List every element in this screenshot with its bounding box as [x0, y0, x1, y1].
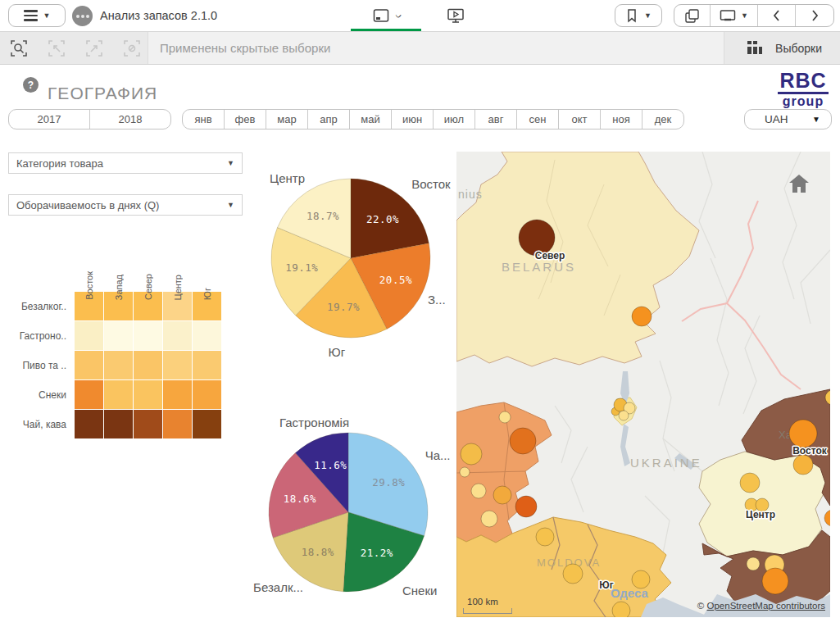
map-bubble-21[interactable] — [789, 420, 817, 448]
heatmap-row-Снеки[interactable]: Снеки — [8, 380, 74, 409]
map-bubble-17[interactable] — [612, 602, 630, 617]
pie-pct-label: 18.8% — [302, 546, 334, 558]
global-menu-button[interactable]: ▼ — [8, 4, 66, 27]
heatmap-cell-4-2[interactable] — [134, 410, 162, 438]
month-button-фев[interactable]: фев — [224, 110, 266, 129]
map-bubble-16[interactable] — [632, 570, 650, 588]
map-bubble-18[interactable] — [747, 557, 760, 570]
heatmap-cell-2-3[interactable] — [163, 351, 192, 379]
map-bubble-2[interactable] — [499, 411, 511, 423]
map-bubble-23[interactable] — [740, 473, 760, 493]
map-bubble-12[interactable] — [515, 496, 537, 517]
heatmap-cell-3-1[interactable] — [104, 380, 133, 409]
heatmap-cell-1-3[interactable] — [163, 321, 192, 350]
month-button-сен[interactable]: сен — [516, 110, 558, 129]
map-bubble-22[interactable] — [793, 455, 813, 475]
selections-status: Применены скрытые выборки — [148, 32, 724, 64]
bookmark-button[interactable]: ▼ — [615, 4, 662, 27]
turnover-dropdown[interactable]: Оборачиваемость в днях (Q) ▼ — [8, 194, 243, 216]
month-button-дек[interactable]: дек — [642, 110, 683, 129]
pie-pct-label: 18.7% — [306, 210, 339, 222]
heatmap-row-Безалког..[interactable]: Безалког.. — [8, 292, 74, 320]
map-bubble-15[interactable] — [563, 564, 583, 584]
map-bubble-6[interactable] — [619, 411, 629, 420]
map-bubble-8[interactable] — [461, 443, 482, 465]
map-bubble-14[interactable] — [536, 528, 554, 546]
pie-pct-label: 29.8% — [372, 476, 405, 488]
currency-dropdown[interactable]: UAH ▼ — [744, 109, 832, 129]
map-bubble-1[interactable] — [632, 307, 652, 326]
month-filter: янвфевмарапрмайиюниюлавгсеноктноядек — [182, 109, 684, 129]
month-button-май[interactable]: май — [349, 110, 391, 129]
heatmap-cell-1-1[interactable] — [104, 321, 133, 350]
chevron-down-icon: ᨆ — [395, 12, 402, 20]
month-button-июл[interactable]: июл — [433, 110, 474, 129]
heatmap-cell-1-4[interactable] — [193, 321, 221, 350]
bookmark-icon — [625, 8, 638, 23]
heatmap-row-Чай, кава[interactable]: Чай, кава — [8, 410, 74, 438]
pie-outside-label: Восток — [411, 177, 451, 191]
pie-pct-label: 21.2% — [361, 547, 393, 559]
sheet-view-button[interactable]: ▼ — [710, 5, 757, 26]
heatmap-cell-1-2[interactable] — [134, 321, 162, 350]
year-button-2017[interactable]: 2017 — [9, 110, 89, 129]
selections-tool-grid-icon — [746, 40, 762, 56]
next-sheet-button[interactable] — [795, 5, 833, 26]
map-scale-label: 100 km — [467, 597, 498, 607]
heatmap-cell-2-2[interactable] — [134, 351, 162, 379]
month-button-авг[interactable]: авг — [474, 110, 516, 129]
page-title: ГЕОГРАФИЯ — [48, 84, 157, 103]
heatmap-cell-2-0[interactable] — [75, 351, 103, 379]
heatmap-row-Пиво та ..[interactable]: Пиво та .. — [8, 351, 74, 379]
month-button-янв[interactable]: янв — [183, 110, 224, 129]
present-button[interactable] — [443, 3, 469, 28]
selections-step-forward-button[interactable] — [85, 39, 103, 57]
heatmap-cell-3-3[interactable] — [163, 380, 192, 409]
selections-step-back-button[interactable] — [48, 39, 66, 57]
map-bubble-9[interactable] — [460, 467, 470, 477]
duplicate-sheet-button[interactable] — [674, 5, 710, 26]
prev-sheet-button[interactable] — [757, 5, 795, 26]
heatmap-cell-3-0[interactable] — [75, 380, 103, 409]
chevron-right-icon — [809, 9, 820, 22]
rbc-logo-subtext: group — [776, 95, 830, 108]
heatmap-cell-4-1[interactable] — [104, 410, 133, 438]
month-button-июн[interactable]: июн — [391, 110, 433, 129]
pie-outside-label: Безалк... — [253, 580, 303, 594]
sheet-selector-button[interactable]: ᨆ — [362, 3, 413, 28]
month-button-окт[interactable]: окт — [558, 110, 600, 129]
heatmap-row-Гастроно..[interactable]: Гастроно.. — [8, 321, 74, 350]
heatmap-col-label: Восток — [84, 271, 94, 300]
heatmap-cell-3-2[interactable] — [134, 380, 162, 409]
map-home-button[interactable] — [788, 173, 812, 198]
month-button-апр[interactable]: апр — [307, 110, 349, 129]
chevron-down-icon: ▼ — [741, 12, 748, 20]
chevron-left-icon — [771, 9, 783, 22]
map-bubble-10[interactable] — [471, 484, 486, 498]
selections-search-button[interactable] — [10, 39, 28, 57]
heatmap-cell-4-3[interactable] — [163, 410, 192, 438]
heatmap-cell-3-4[interactable] — [193, 380, 221, 409]
selections-clear-button[interactable] — [123, 39, 141, 57]
pie-pct-label: 19.1% — [285, 261, 318, 274]
map-bubble-11[interactable] — [493, 486, 511, 504]
help-button[interactable]: ? — [23, 77, 39, 93]
year-button-2018[interactable]: 2018 — [89, 110, 170, 129]
pie-pct-label: 18.6% — [284, 493, 316, 505]
selections-tool-button[interactable]: Выборки — [746, 32, 840, 64]
category-dropdown[interactable]: Категория товара ▼ — [8, 152, 243, 174]
map-bubble-7[interactable] — [510, 428, 536, 454]
selections-clear-icon — [123, 39, 141, 57]
heatmap-col-label: Север — [143, 274, 153, 300]
map-bubble-13[interactable] — [481, 511, 497, 527]
heatmap-cell-2-1[interactable] — [104, 351, 133, 379]
heatmap-cell-1-0[interactable] — [75, 321, 103, 350]
month-button-ноя[interactable]: ноя — [600, 110, 642, 129]
heatmap-cell-4-0[interactable] — [75, 410, 103, 438]
heatmap-cell-2-4[interactable] — [193, 351, 221, 379]
heatmap-cell-4-4[interactable] — [193, 410, 221, 438]
map-bubble-20[interactable] — [762, 568, 788, 594]
pie-pct-label: 22.0% — [366, 213, 399, 225]
month-button-мар[interactable]: мар — [266, 110, 307, 129]
osm-attribution-link[interactable]: OpenStreetMap contributors — [707, 601, 825, 611]
